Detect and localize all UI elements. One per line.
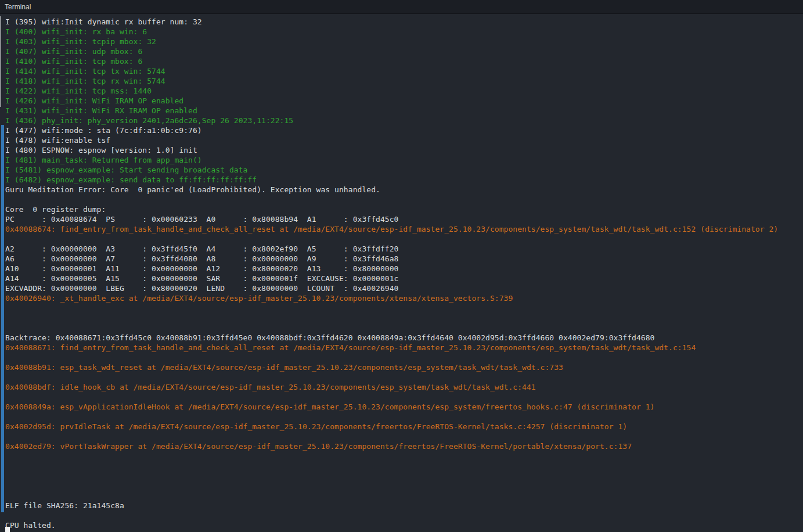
terminal-line (5, 303, 803, 313)
terminal-line: 0x40088671: find_entry_from_task_handle_… (5, 343, 803, 353)
terminal-line: PC : 0x40088674 PS : 0x00060233 A0 : 0x8… (5, 214, 803, 224)
terminal-line: 0x40088674: find_entry_from_task_handle_… (5, 224, 803, 234)
terminal-line: Backtrace: 0x40088671:0x3ffd45c0 0x40088… (5, 333, 803, 343)
terminal-line: I (478) wifi:enable tsf (5, 135, 803, 145)
terminal-line: I (5481) espnow_example: Start sending b… (5, 165, 803, 175)
terminal-line: A10 : 0x00000001 A11 : 0x00000000 A12 : … (5, 264, 803, 274)
terminal-line: 0x4002ed79: vPortTaskWrapper at /media/E… (5, 441, 803, 451)
terminal-line (5, 392, 803, 402)
terminal-line (5, 234, 803, 244)
terminal-line: I (431) wifi_init: WiFi RX IRAM OP enabl… (5, 106, 803, 116)
terminal-line: CPU halted. (5, 520, 803, 530)
scrollback-marker-gray (0, 16, 1, 107)
terminal-line: EXCVADDR: 0x00000000 LBEG : 0x80000020 L… (5, 283, 803, 293)
terminal-line: I (481) main_task: Returned from app_mai… (5, 155, 803, 165)
terminal-line: I (410) wifi_init: tcp mbox: 6 (5, 56, 803, 66)
terminal-line (5, 471, 803, 481)
terminal-line (5, 353, 803, 362)
terminal-line: I (414) wifi_init: tcp tx win: 5744 (5, 66, 803, 76)
terminal-line: 0x40088b91: esp_task_wdt_reset at /media… (5, 362, 803, 372)
terminal-line: A2 : 0x00000000 A3 : 0x3ffd45f0 A4 : 0x8… (5, 244, 803, 254)
terminal-line (5, 432, 803, 441)
terminal-line: Guru Meditation Error: Core 0 panic'ed (… (5, 185, 803, 195)
terminal-line: ELF file SHA256: 21a145c8a (5, 501, 803, 511)
terminal-line (5, 461, 803, 471)
terminal-line (5, 451, 803, 461)
terminal-line (5, 511, 803, 520)
terminal-line: I (395) wifi:Init dynamic rx buffer num:… (5, 17, 803, 27)
terminal-line: 0x4002d95d: prvIdleTask at /media/EXT4/s… (5, 422, 803, 432)
terminal-cursor (5, 527, 10, 532)
terminal-line: I (407) wifi_init: udp mbox: 6 (5, 46, 803, 56)
terminal-window: Terminal I (395) wifi:Init dynamic rx bu… (0, 0, 803, 532)
terminal-line (5, 412, 803, 422)
terminal-line: I (418) wifi_init: tcp rx win: 5744 (5, 76, 803, 86)
terminal-line: I (6482) espnow_example: send data to ff… (5, 175, 803, 185)
terminal-line: A14 : 0x00000005 A15 : 0x00000000 SAR : … (5, 274, 803, 283)
terminal-title: Terminal (5, 3, 31, 11)
terminal-line: I (426) wifi_init: WiFi IRAM OP enabled (5, 96, 803, 106)
terminal-titlebar: Terminal (0, 0, 803, 14)
terminal-line: 0x40026940: _xt_handle_exc at /media/EXT… (5, 293, 803, 303)
scroll-indicator-bar[interactable] (1, 125, 4, 512)
terminal-line (5, 481, 803, 491)
terminal-output[interactable]: I (395) wifi:Init dynamic rx buffer num:… (0, 15, 803, 532)
terminal-line: Core 0 register dump: (5, 204, 803, 214)
terminal-line (5, 372, 803, 382)
terminal-line: 0x40088bdf: idle_hook_cb at /media/EXT4/… (5, 382, 803, 392)
terminal-line: I (400) wifi_init: rx ba win: 6 (5, 27, 803, 37)
terminal-line (5, 491, 803, 501)
terminal-line: I (480) ESPNOW: espnow [version: 1.0] in… (5, 145, 803, 155)
terminal-line (5, 323, 803, 333)
terminal-line: 0x4008849a: esp_vApplicationIdleHook at … (5, 402, 803, 412)
terminal-line (5, 195, 803, 204)
terminal-line: I (477) wifi:mode : sta (7c:df:a1:0b:c9:… (5, 125, 803, 135)
terminal-line: A6 : 0x00000000 A7 : 0x3ffd4080 A8 : 0x0… (5, 254, 803, 264)
terminal-line (5, 313, 803, 323)
terminal-line: I (403) wifi_init: tcpip mbox: 32 (5, 37, 803, 46)
terminal-line: I (436) phy_init: phy_version 2401,2a6dc… (5, 116, 803, 125)
terminal-line: I (422) wifi_init: tcp mss: 1440 (5, 86, 803, 96)
